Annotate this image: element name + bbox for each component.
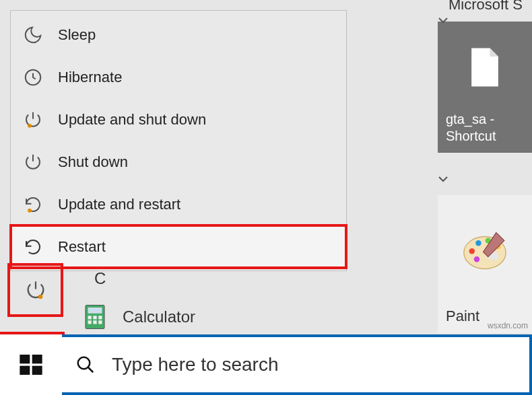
svg-rect-7 bbox=[93, 316, 96, 319]
svg-rect-21 bbox=[20, 366, 30, 375]
hibernate-label: Hibernate bbox=[58, 69, 122, 86]
restart-item[interactable]: Restart bbox=[11, 225, 346, 268]
power-options-menu: Sleep Hibernate Update and shut down Shu… bbox=[10, 10, 347, 271]
svg-point-18 bbox=[474, 256, 479, 262]
apps-letter-header[interactable]: C bbox=[94, 269, 106, 288]
paint-palette-icon bbox=[461, 230, 509, 273]
svg-rect-6 bbox=[88, 316, 92, 319]
windows-logo-icon bbox=[18, 351, 44, 378]
svg-rect-20 bbox=[32, 355, 42, 363]
chevron-down-icon[interactable] bbox=[435, 12, 451, 28]
update-restart-icon bbox=[23, 194, 43, 215]
power-icon bbox=[24, 279, 47, 301]
svg-rect-19 bbox=[20, 355, 30, 363]
power-icon bbox=[23, 152, 43, 172]
restart-label: Restart bbox=[58, 238, 106, 256]
sleep-item[interactable]: Sleep bbox=[11, 13, 346, 56]
svg-rect-8 bbox=[98, 316, 102, 319]
start-button[interactable] bbox=[0, 334, 62, 395]
svg-point-1 bbox=[28, 123, 32, 127]
update-shutdown-icon bbox=[23, 110, 43, 130]
start-power-button[interactable] bbox=[10, 266, 61, 314]
tile-group-header: Microsoft S bbox=[448, 0, 523, 13]
svg-point-23 bbox=[78, 357, 90, 369]
svg-rect-5 bbox=[88, 308, 102, 314]
search-placeholder: Type here to search bbox=[112, 354, 278, 375]
svg-point-14 bbox=[469, 248, 475, 254]
tile-gta-label: gta_sa - Shortcut bbox=[446, 111, 524, 145]
taskbar-search[interactable]: Type here to search bbox=[62, 334, 532, 395]
shutdown-label: Shut down bbox=[58, 153, 128, 171]
watermark: wsxdn.com bbox=[488, 321, 528, 330]
update-shutdown-item[interactable]: Update and shut down bbox=[11, 98, 346, 141]
clock-icon bbox=[23, 67, 43, 87]
svg-rect-22 bbox=[32, 366, 42, 375]
file-icon bbox=[468, 46, 502, 91]
taskbar: Type here to search bbox=[0, 334, 532, 395]
tile-gta-shortcut[interactable]: gta_sa - Shortcut bbox=[438, 22, 532, 153]
svg-point-3 bbox=[38, 295, 42, 299]
svg-point-2 bbox=[28, 208, 32, 212]
chevron-down-icon[interactable] bbox=[435, 171, 451, 187]
tile-paint[interactable]: Paint bbox=[438, 195, 532, 333]
update-restart-label: Update and restart bbox=[58, 196, 180, 213]
svg-point-15 bbox=[475, 240, 481, 246]
svg-rect-11 bbox=[98, 320, 102, 324]
update-shutdown-label: Update and shut down bbox=[58, 111, 206, 129]
tiles-panel: Microsoft S gta_sa - Shortcut Paint bbox=[438, 0, 532, 334]
search-icon bbox=[75, 355, 96, 375]
hibernate-item[interactable]: Hibernate bbox=[11, 56, 346, 98]
restart-icon bbox=[23, 237, 43, 257]
sleep-label: Sleep bbox=[58, 26, 96, 44]
calculator-icon bbox=[81, 303, 109, 331]
svg-rect-9 bbox=[88, 320, 92, 324]
calculator-label: Calculator bbox=[123, 308, 195, 326]
update-restart-item[interactable]: Update and restart bbox=[11, 183, 346, 225]
moon-icon bbox=[23, 25, 43, 45]
calculator-item[interactable]: Calculator bbox=[81, 303, 195, 331]
svg-rect-10 bbox=[93, 320, 96, 324]
shutdown-item[interactable]: Shut down bbox=[11, 141, 346, 183]
